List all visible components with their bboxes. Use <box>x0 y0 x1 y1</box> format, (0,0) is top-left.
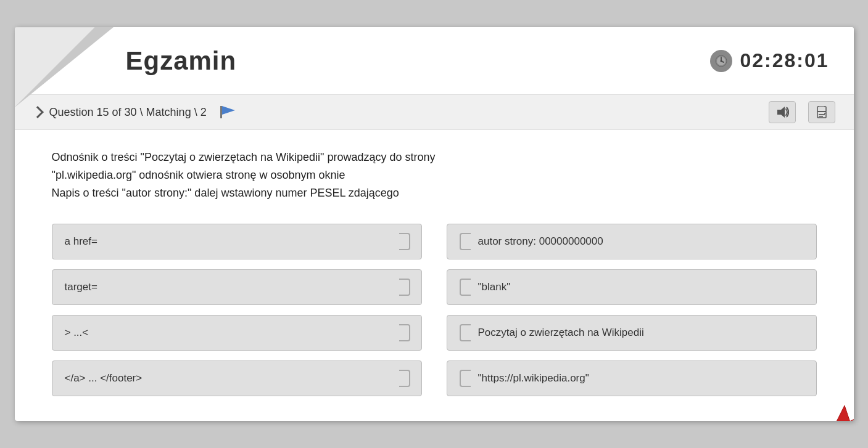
connector-left-1 <box>460 233 471 250</box>
nav-arrow-icon <box>31 106 44 118</box>
svg-marker-6 <box>222 106 235 115</box>
question-bar-right <box>769 101 835 123</box>
connector-left-4 <box>460 370 471 387</box>
timer-icon <box>710 50 732 72</box>
timer-display: 02:28:01 <box>740 49 829 72</box>
connector-2 <box>399 279 410 296</box>
connector-left-3 <box>460 324 471 341</box>
svg-rect-11 <box>819 116 823 117</box>
connector-3 <box>399 324 410 341</box>
svg-rect-5 <box>220 106 222 118</box>
question-bar: Question 15 of 30 \ Matching \ 2 <box>15 95 854 130</box>
print-button[interactable] <box>808 101 835 123</box>
svg-point-4 <box>721 60 722 62</box>
exam-container: Egzamin 02:28:01 Question 15 of 30 \ Mat… <box>15 27 854 420</box>
header: Egzamin 02:28:01 <box>15 27 854 95</box>
svg-rect-12 <box>819 107 824 110</box>
sound-button[interactable] <box>769 101 796 123</box>
page-title: Egzamin <box>126 46 237 76</box>
match-left-4[interactable]: </a> ... </footer> <box>52 360 422 396</box>
svg-point-13 <box>824 113 825 114</box>
connector-left-2 <box>460 279 471 296</box>
svg-marker-14 <box>832 405 854 421</box>
match-right-1[interactable]: autor strony: 00000000000 <box>447 224 817 259</box>
match-left-1[interactable]: a href= <box>52 224 422 259</box>
match-right-2[interactable]: "blank" <box>447 269 817 305</box>
svg-rect-10 <box>819 114 825 115</box>
question-text: Odnośnik o treści "Poczytaj o zwierzętac… <box>52 149 817 202</box>
match-left-3[interactable]: > ...< <box>52 315 422 351</box>
flag-icon[interactable] <box>219 105 236 119</box>
timer-section: 02:28:01 <box>710 49 829 72</box>
match-right-4[interactable]: "https://pl.wikipedia.org" <box>447 360 817 396</box>
content-area: Odnośnik o treści "Poczytaj o zwierzętac… <box>15 130 854 420</box>
question-info: Question 15 of 30 \ Matching \ 2 <box>49 106 207 119</box>
question-bar-left: Question 15 of 30 \ Matching \ 2 <box>33 105 236 119</box>
connector-1 <box>399 233 410 250</box>
svg-marker-7 <box>777 107 785 118</box>
match-right-3[interactable]: Poczytaj o zwierzętach na Wikipedii <box>447 315 817 351</box>
connector-4 <box>399 370 410 387</box>
matching-grid: a href= autor strony: 00000000000 target… <box>52 224 817 396</box>
match-left-2[interactable]: target= <box>52 269 422 305</box>
